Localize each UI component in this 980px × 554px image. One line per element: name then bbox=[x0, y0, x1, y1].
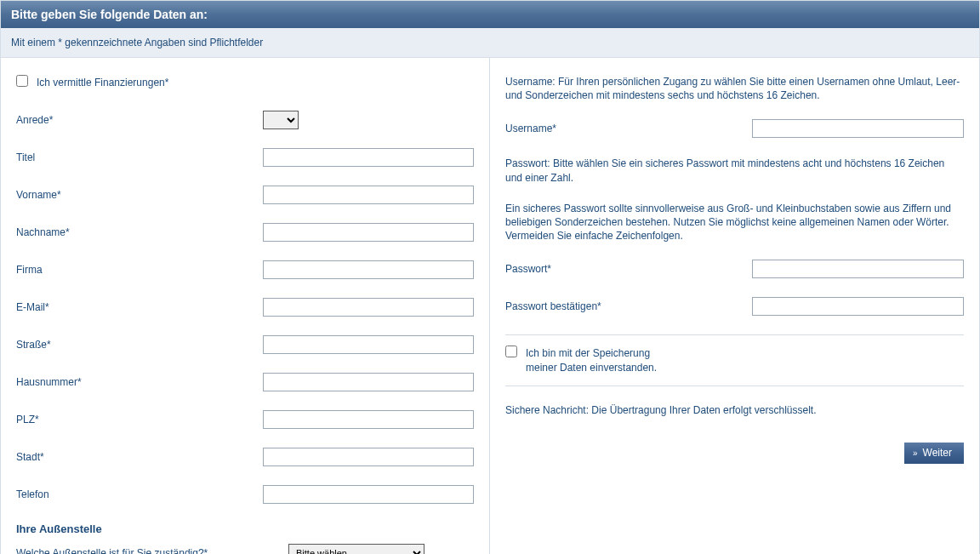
phone-label: Telefon bbox=[16, 488, 263, 500]
zip-label: PLZ* bbox=[16, 414, 263, 425]
consent-checkbox[interactable] bbox=[505, 346, 517, 357]
password-label: Passwort* bbox=[505, 263, 752, 275]
form-header: Bitte geben Sie folgende Daten an: bbox=[1, 1, 979, 28]
consent-line-1: Ich bin mit der Speicherung bbox=[526, 347, 650, 359]
header-title: Bitte geben Sie folgende Daten an: bbox=[11, 8, 208, 21]
title-input[interactable] bbox=[263, 148, 474, 167]
firstname-input[interactable] bbox=[263, 186, 474, 204]
consent-line-2: meiner Daten einverstanden. bbox=[526, 362, 657, 374]
finance-checkbox-row: Ich vermittle Finanzierungen* bbox=[16, 75, 474, 90]
submit-row: » Weiter bbox=[505, 443, 964, 464]
password-confirm-label: Passwort bestätigen* bbox=[505, 300, 752, 312]
arrow-right-icon: » bbox=[913, 448, 918, 458]
houseno-input[interactable] bbox=[263, 373, 474, 391]
submit-button-label: Weiter bbox=[923, 447, 952, 459]
city-label: Stadt* bbox=[16, 451, 263, 463]
lastname-label: Nachname* bbox=[16, 226, 263, 238]
firstname-label: Vorname* bbox=[16, 189, 263, 201]
branch-question-label: Welche Außenstelle ist für Sie zuständig… bbox=[16, 547, 288, 554]
zip-input[interactable] bbox=[263, 410, 474, 429]
consent-block: Ich bin mit der Speicherung meiner Daten… bbox=[505, 334, 964, 386]
submit-button[interactable]: » Weiter bbox=[904, 443, 964, 464]
branch-section-title: Ihre Außenstelle bbox=[16, 523, 474, 535]
mandatory-note-text: Mit einem * gekennzeichnete Angaben sind… bbox=[11, 37, 263, 49]
salutation-select[interactable] bbox=[263, 111, 299, 129]
username-label: Username* bbox=[505, 123, 752, 134]
form-content: Ich vermittle Finanzierungen* Anrede* Ti… bbox=[1, 58, 979, 554]
username-input[interactable] bbox=[752, 119, 964, 138]
consent-checkbox-label: Ich bin mit der Speicherung meiner Daten… bbox=[526, 346, 657, 375]
email-input[interactable] bbox=[263, 298, 474, 317]
mandatory-note: Mit einem * gekennzeichnete Angaben sind… bbox=[1, 28, 979, 58]
finance-checkbox[interactable] bbox=[16, 75, 28, 87]
username-info: Username: Für Ihren persönlichen Zugang … bbox=[505, 75, 964, 102]
email-label: E-Mail* bbox=[16, 301, 263, 313]
city-input[interactable] bbox=[263, 448, 474, 466]
company-input[interactable] bbox=[263, 260, 474, 279]
password-info-1: Passwort: Bitte wählen Sie ein sicheres … bbox=[505, 157, 964, 184]
column-personal-data: Ich vermittle Finanzierungen* Anrede* Ti… bbox=[1, 58, 490, 554]
lastname-input[interactable] bbox=[263, 223, 474, 242]
phone-input[interactable] bbox=[263, 485, 474, 504]
secure-message: Sichere Nachricht: Die Übertragung Ihrer… bbox=[505, 403, 964, 417]
company-label: Firma bbox=[16, 264, 263, 276]
form-container: Bitte geben Sie folgende Daten an: Mit e… bbox=[0, 0, 980, 554]
title-label: Titel bbox=[16, 151, 263, 163]
password-info-2: Ein sicheres Passwort sollte sinnvollerw… bbox=[505, 202, 964, 243]
houseno-label: Hausnummer* bbox=[16, 376, 263, 388]
branch-select[interactable]: Bitte wählen bbox=[288, 544, 424, 554]
salutation-label: Anrede* bbox=[16, 114, 263, 126]
street-input[interactable] bbox=[263, 335, 474, 354]
street-label: Straße* bbox=[16, 339, 263, 351]
finance-checkbox-label: Ich vermittle Finanzierungen* bbox=[37, 75, 168, 90]
column-account-data: Username: Für Ihren persönlichen Zugang … bbox=[490, 58, 979, 554]
password-confirm-input[interactable] bbox=[752, 297, 964, 316]
password-input[interactable] bbox=[752, 260, 964, 278]
